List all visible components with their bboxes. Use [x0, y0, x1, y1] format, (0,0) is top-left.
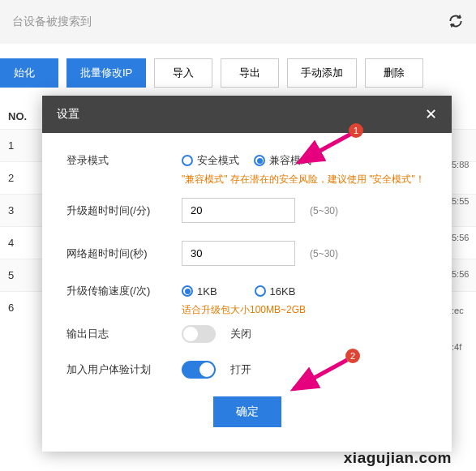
ux-plan-toggle[interactable] — [182, 361, 216, 379]
network-timeout-input[interactable] — [182, 241, 295, 266]
time-cell: 5:56 — [452, 219, 476, 255]
time-cell: 5:55 — [452, 182, 476, 219]
init-button[interactable]: 始化 — [0, 58, 58, 88]
radio-safe-mode[interactable]: 安全模式 — [182, 153, 239, 168]
radio-icon — [182, 285, 193, 297]
import-button[interactable]: 导入 — [154, 58, 212, 88]
modal-title-text: 设置 — [57, 107, 79, 122]
radio-icon — [255, 285, 266, 297]
confirm-button[interactable]: 确定 — [213, 396, 281, 427]
search-result-text: 台设备被搜索到 — [12, 15, 440, 29]
radio-1kb[interactable]: 1KB — [182, 285, 217, 298]
toggle-state-label: 打开 — [230, 362, 251, 377]
compat-warning-text: "兼容模式" 存在潜在的安全风险，建议使用 "安全模式"！ — [182, 173, 427, 186]
time-cell: 5:56 — [452, 255, 476, 292]
delete-button[interactable]: 删除 — [365, 58, 423, 88]
annotation-arrow-icon — [289, 357, 352, 396]
time-cell: 5:88 — [452, 146, 476, 182]
modal-titlebar: 设置 ✕ — [42, 96, 452, 133]
refresh-icon[interactable] — [448, 13, 464, 32]
radio-16kb[interactable]: 16KB — [255, 285, 296, 298]
annotation-badge-1: 1 — [349, 123, 363, 138]
timeout-hint: (5~30) — [310, 248, 338, 259]
time-cell: :4f — [452, 328, 476, 365]
watermark-url: xiagujian.com — [344, 449, 452, 467]
settings-modal: 设置 ✕ 登录模式 安全模式 兼容模式 "兼容模式" 存在潜在的安全风险，建议使… — [42, 96, 452, 452]
export-button[interactable]: 导出 — [221, 58, 279, 88]
upgrade-timeout-label: 升级超时时间(/分) — [66, 203, 172, 218]
radio-label: 16KB — [270, 285, 296, 298]
output-log-toggle[interactable] — [182, 325, 216, 343]
network-timeout-label: 网络超时时间(秒) — [66, 246, 172, 261]
speed-info-text: 适合升级包大小100MB~2GB — [182, 303, 427, 317]
top-bar: 台设备被搜索到 — [0, 0, 476, 44]
upgrade-timeout-input[interactable] — [182, 198, 295, 223]
ux-plan-label: 加入用户体验计划 — [66, 362, 172, 377]
annotation-arrow-icon — [294, 130, 358, 169]
toggle-state-label: 关闭 — [230, 327, 251, 341]
right-time-column: 5:88 5:55 5:56 5:56 :ec :4f — [452, 146, 476, 365]
radio-label: 1KB — [197, 285, 217, 298]
toolbar: 始化 批量修改IP 导入 导出 手动添加 删除 — [0, 44, 476, 88]
radio-icon — [182, 155, 193, 166]
login-mode-label: 登录模式 — [66, 153, 172, 168]
close-icon[interactable]: ✕ — [425, 105, 437, 123]
svg-line-1 — [299, 133, 353, 162]
time-cell: :ec — [452, 292, 476, 328]
radio-icon — [254, 155, 265, 166]
batch-modify-ip-button[interactable]: 批量修改IP — [66, 58, 146, 88]
upgrade-speed-label: 升级传输速度(/次) — [66, 284, 172, 298]
annotation-badge-2: 2 — [345, 349, 360, 363]
output-log-label: 输出日志 — [66, 327, 172, 341]
timeout-hint: (5~30) — [310, 205, 338, 216]
svg-line-3 — [294, 360, 347, 389]
radio-label: 安全模式 — [197, 153, 239, 168]
manual-add-button[interactable]: 手动添加 — [287, 58, 357, 88]
